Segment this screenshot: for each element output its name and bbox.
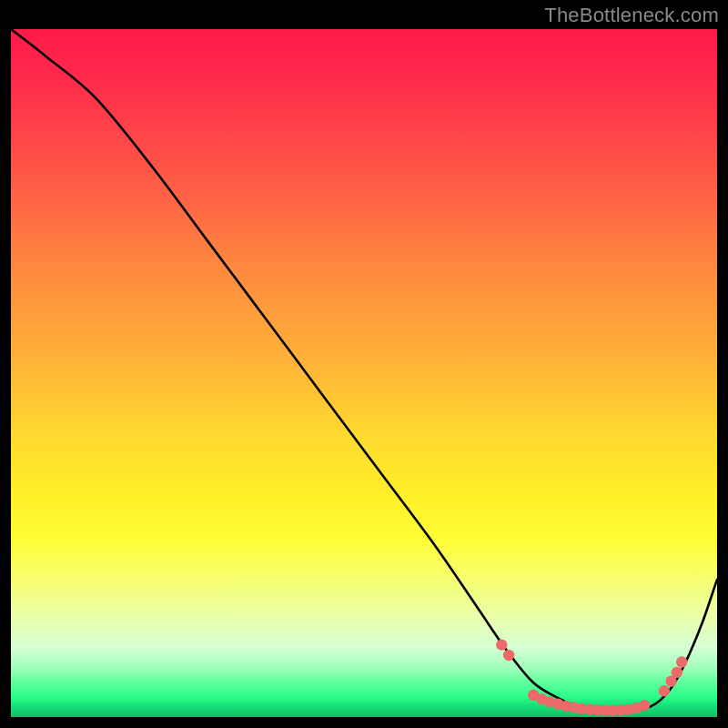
data-marker — [639, 700, 650, 711]
bottleneck-curve-line — [11, 29, 717, 711]
data-marker — [496, 639, 507, 650]
marker-group — [496, 639, 687, 716]
gradient-plot-area — [11, 29, 717, 717]
data-marker — [676, 656, 687, 667]
data-marker — [503, 650, 514, 661]
data-marker — [672, 667, 682, 678]
attribution-text: TheBottleneck.com — [544, 4, 719, 27]
chart-svg — [11, 29, 717, 717]
data-marker — [659, 685, 670, 696]
